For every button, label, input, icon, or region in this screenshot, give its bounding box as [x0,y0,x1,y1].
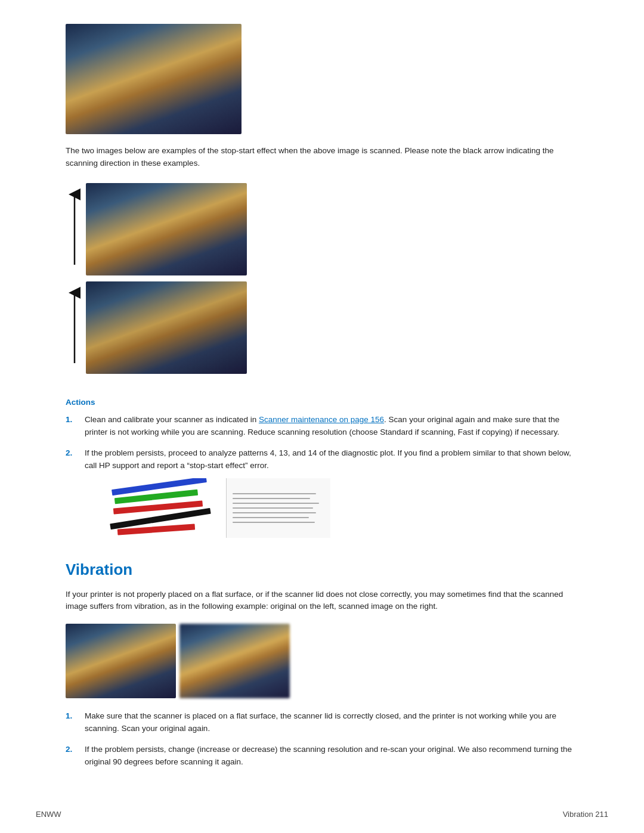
vibration-text-2: If the problem persists, change (increas… [85,744,578,769]
example-image-2 [86,281,247,374]
actions-list: 1. Clean and calibrate your scanner as i… [66,414,578,544]
example-row-2 [66,281,578,374]
vibration-num-2: 2. [66,744,85,756]
action-text-1: Clean and calibrate your scanner as indi… [85,414,578,439]
diag-line-7 [233,522,315,523]
diag-line-1 [233,493,316,494]
diag-right-lines [226,478,330,538]
page-content: The two images below are examples of the… [66,0,578,816]
action-text-2: If the problem persists, proceed to anal… [85,447,578,544]
footer-left: ENWW [36,810,61,819]
diagnostic-plot [104,478,578,538]
examples-block [66,183,578,380]
action-item-1: 1. Clean and calibrate your scanner as i… [66,414,578,439]
example-row-1 [66,183,578,275]
top-original-image [66,24,242,134]
vibration-list: 1. Make sure that the scanner is placed … [66,710,578,769]
vibration-num-1: 1. [66,710,85,723]
vibration-item-1: 1. Make sure that the scanner is placed … [66,710,578,735]
action-text-before-link: Clean and calibrate your scanner as indi… [85,415,259,424]
vibration-scanned-image [179,624,290,698]
diag-line-5 [233,512,316,513]
actions-label: Actions [66,398,578,407]
footer-right: Vibration 211 [563,810,608,819]
vibration-section: Vibration If your printer is not properl… [66,561,578,769]
vibration-original-image [66,624,176,698]
action-num-2: 2. [66,447,85,460]
vibration-images [66,624,578,698]
diag-left-stripes [104,478,223,538]
arrow-up-2 [66,286,83,369]
diag-line-4 [233,507,313,509]
example-image-1 [86,183,247,275]
vibration-title: Vibration [66,561,578,579]
scanner-maintenance-link[interactable]: Scanner maintenance on page 156 [259,415,384,424]
arrow-up-1 [66,187,83,271]
vibration-item-2: 2. If the problem persists, change (incr… [66,744,578,769]
diag-line-2 [233,498,310,499]
action-num-1: 1. [66,414,85,426]
vibration-text-1: Make sure that the scanner is placed on … [85,710,578,735]
diag-line-3 [233,503,319,504]
vibration-description: If your printer is not properly placed o… [66,589,578,614]
diag-line-6 [233,517,309,518]
footer: ENWW Vibration 211 [0,810,644,819]
actions-section: Actions 1. Clean and calibrate your scan… [66,398,578,544]
action-item-2: 2. If the problem persists, proceed to a… [66,447,578,544]
stop-start-description: The two images below are examples of the… [66,145,578,170]
top-image-block [66,24,578,134]
diag-img-container [104,478,330,538]
